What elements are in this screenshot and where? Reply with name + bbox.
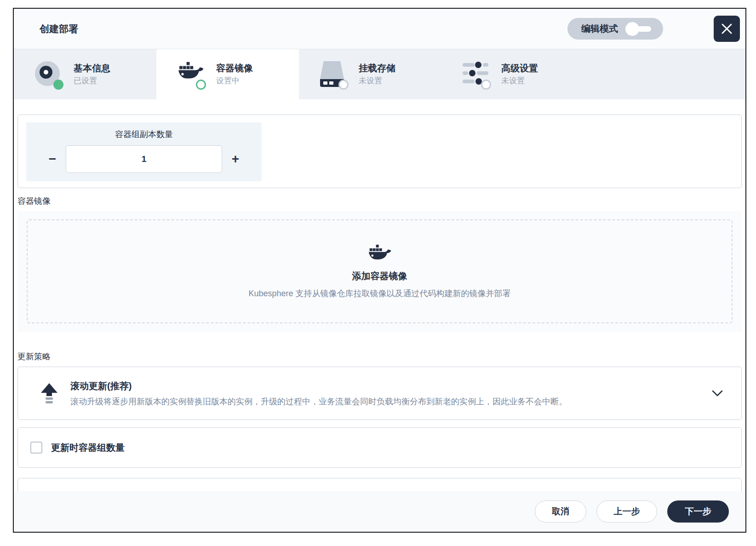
tab-title: 基本信息 (74, 62, 110, 75)
tab-status: 未设置 (359, 76, 395, 86)
replica-card: 容器组副本数量 − + (17, 115, 742, 188)
close-icon (721, 23, 733, 35)
container-image-area: 添加容器镜像 Kubesphere 支持从镜像仓库拉取镜像以及通过代码构建新的镜… (17, 211, 742, 332)
tab-title: 容器镜像 (216, 62, 253, 75)
container-image-section-label: 容器镜像 (17, 195, 742, 207)
tab-basic-info[interactable]: 基本信息 已设置 (14, 49, 156, 99)
previous-step-button[interactable]: 上一步 (596, 500, 657, 523)
pod-count-on-update-row: 更新时容器组数量 (17, 427, 742, 468)
cancel-button[interactable]: 取消 (535, 500, 586, 523)
rolling-update-icon (40, 383, 58, 403)
tab-title: 挂载存储 (359, 62, 395, 75)
step-active-badge-icon (196, 80, 206, 90)
strategy-title: 滚动更新(推荐) (70, 380, 701, 392)
modal-content: 容器组副本数量 − + 容器镜像 (14, 99, 745, 532)
docker-icon (368, 244, 392, 263)
edit-mode-label: 编辑模式 (581, 23, 618, 35)
add-image-description: Kubesphere 支持从镜像仓库拉取镜像以及通过代码构建新的镜像并部署 (248, 288, 510, 299)
header-actions: 编辑模式 (567, 16, 740, 42)
strategy-description: 滚动升级将逐步用新版本的实例替换旧版本的实例，升级的过程中，业务流量会同时负载均… (70, 396, 701, 407)
rolling-update-option[interactable]: 滚动更新(推荐) 滚动升级将逐步用新版本的实例替换旧版本的实例，升级的过程中，业… (17, 367, 742, 420)
docker-icon (178, 61, 204, 88)
replica-stepper: − + (39, 145, 249, 173)
tab-status: 已设置 (74, 76, 110, 86)
step-done-badge-icon (53, 80, 63, 90)
disc-icon (35, 61, 62, 88)
next-step-button[interactable]: 下一步 (667, 500, 729, 523)
create-deployment-modal: 创建部署 编辑模式 基 (13, 8, 746, 533)
page-title: 创建部署 (40, 23, 78, 35)
add-container-image-button[interactable]: 添加容器镜像 Kubesphere 支持从镜像仓库拉取镜像以及通过代码构建新的镜… (27, 219, 733, 323)
increase-button[interactable]: + (222, 152, 249, 167)
toggle-switch-icon[interactable] (625, 22, 653, 36)
chevron-down-icon[interactable] (712, 390, 723, 397)
modal-header: 创建部署 编辑模式 (14, 9, 745, 49)
replica-count-label: 容器组副本数量 (39, 129, 249, 140)
tab-advanced-settings[interactable]: 高级设置 未设置 (441, 49, 584, 99)
modal-footer: 取消 上一步 下一步 (14, 491, 745, 532)
pod-count-checkbox[interactable] (30, 442, 42, 454)
sliders-icon (463, 61, 489, 88)
replica-count-input[interactable] (66, 145, 222, 173)
tab-status: 设置中 (216, 76, 253, 86)
strategy-text: 滚动更新(推荐) 滚动升级将逐步用新版本的实例替换旧版本的实例，升级的过程中，业… (70, 380, 701, 407)
step-pending-badge-icon (481, 80, 491, 90)
tab-title: 高级设置 (501, 62, 538, 75)
replica-panel: 容器组副本数量 − + (26, 122, 262, 181)
close-button[interactable] (714, 16, 740, 42)
edit-mode-toggle[interactable]: 编辑模式 (567, 18, 663, 40)
storage-icon (320, 61, 347, 88)
update-strategy-section-label: 更新策略 (17, 351, 742, 362)
tab-mount-storage[interactable]: 挂载存储 未设置 (299, 49, 441, 99)
step-pending-badge-icon (338, 80, 349, 90)
step-tabs: 基本信息 已设置 容器镜像 设置中 (14, 49, 745, 99)
decrease-button[interactable]: − (39, 152, 66, 167)
pod-count-label: 更新时容器组数量 (51, 442, 125, 454)
tab-container-image[interactable]: 容器镜像 设置中 (156, 49, 299, 99)
tab-status: 未设置 (501, 76, 538, 86)
add-image-title: 添加容器镜像 (352, 270, 407, 282)
